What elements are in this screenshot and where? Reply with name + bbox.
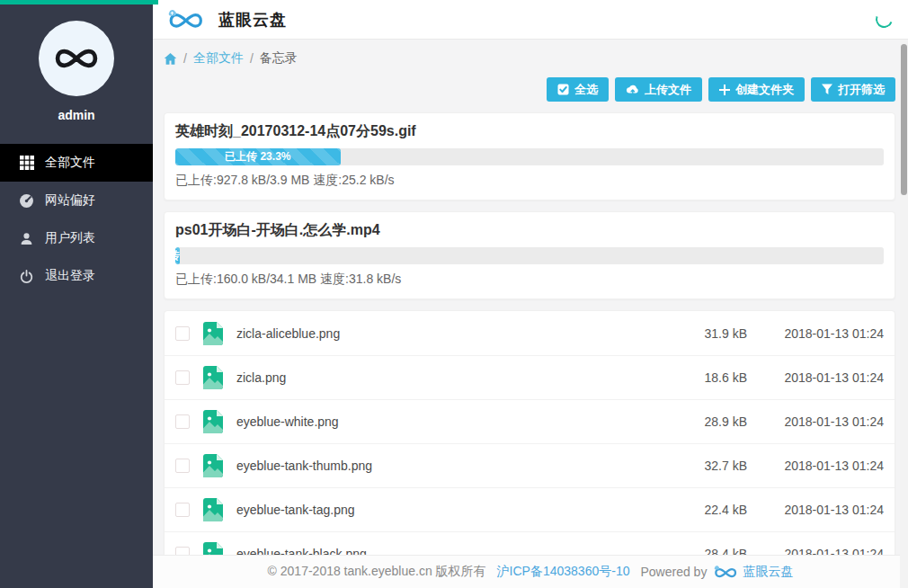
dashboard-icon — [19, 193, 34, 209]
row-checkbox[interactable] — [175, 547, 190, 555]
file-name[interactable]: eyeblue-tank-black.png — [236, 547, 367, 555]
loading-spinner-icon — [873, 8, 895, 31]
infinity-logo-icon — [50, 43, 102, 74]
file-row[interactable]: eyeblue-tank-thumb.png 32.7 kB 2018-01-1… — [165, 443, 895, 487]
powered-by-label: Powered by — [640, 565, 707, 579]
file-name[interactable]: eyeblue-tank-thumb.png — [236, 459, 372, 473]
file-name[interactable]: eyeblue-tank-tag.png — [236, 503, 355, 517]
sidebar-item-site-preferences[interactable]: 网站偏好 — [0, 182, 153, 219]
upload-file-button[interactable]: 上传文件 — [615, 77, 702, 102]
image-file-icon — [203, 454, 223, 477]
row-checkbox[interactable] — [175, 459, 190, 473]
footer-logo-icon — [711, 564, 738, 581]
image-file-icon — [203, 542, 223, 555]
file-date: 2018-01-13 01:24 — [747, 459, 884, 473]
toolbar: 全选 上传文件 创建文件夹 打开筛选 — [164, 77, 895, 102]
upload-progress-track: 已上传 0.5% — [175, 247, 884, 264]
file-list: zicla-aliceblue.png 31.9 kB 2018-01-13 0… — [164, 310, 895, 555]
upload-progress-fill: 已上传 0.5% — [175, 247, 180, 264]
upload-card: 英雄时刻_20170312-14点07分59s.gif 已上传 23.3% 已上… — [164, 112, 895, 200]
app-logo-icon[interactable] — [164, 6, 205, 33]
avatar — [39, 21, 114, 96]
row-checkbox[interactable] — [175, 370, 190, 385]
file-date: 2018-01-13 01:24 — [747, 414, 884, 429]
top-accent-bar — [0, 0, 158, 4]
plus-icon — [719, 85, 730, 95]
power-icon — [19, 269, 34, 284]
sidebar-item-logout[interactable]: 退出登录 — [0, 257, 153, 295]
main-content: / 全部文件 / 备忘录 全选 上传文件 创建文件夹 — [153, 40, 908, 555]
breadcrumb-current: 备忘录 — [260, 50, 298, 67]
user-icon — [19, 231, 34, 246]
button-label: 全选 — [574, 82, 598, 98]
row-checkbox[interactable] — [175, 326, 190, 341]
header: 蓝眼云盘 — [153, 0, 908, 40]
file-size: 28.9 kB — [662, 414, 747, 429]
image-file-icon — [203, 410, 223, 433]
upload-card: ps01开场白-开场白.怎么学.mp4 已上传 0.5% 已上传:160.0 k… — [164, 211, 895, 299]
file-name[interactable]: zicla.png — [236, 370, 286, 385]
check-square-icon — [557, 84, 569, 95]
file-row[interactable]: eyeblue-tank-tag.png 22.4 kB 2018-01-13 … — [165, 487, 895, 531]
file-date: 2018-01-13 01:24 — [747, 326, 884, 341]
file-row[interactable]: eyeblue-tank-black.png 28.4 kB 2018-01-1… — [165, 531, 895, 555]
filter-icon — [822, 84, 832, 95]
breadcrumb: / 全部文件 / 备忘录 — [164, 50, 895, 67]
create-folder-button[interactable]: 创建文件夹 — [708, 77, 805, 102]
file-size: 31.9 kB — [662, 326, 747, 341]
scrollbar-thumb[interactable] — [901, 44, 907, 195]
row-checkbox[interactable] — [175, 414, 190, 429]
footer: © 2017-2018 tank.eyeblue.cn 版权所有 沪ICP备14… — [153, 555, 908, 588]
sidebar-item-label: 退出登录 — [45, 268, 95, 284]
file-row[interactable]: zicla.png 18.6 kB 2018-01-13 01:24 — [165, 355, 895, 399]
file-size: 32.7 kB — [662, 459, 747, 473]
file-size: 22.4 kB — [662, 503, 747, 517]
upload-filename: ps01开场白-开场白.怎么学.mp4 — [175, 221, 884, 238]
sidebar-item-label: 网站偏好 — [45, 192, 95, 209]
file-name[interactable]: zicla-aliceblue.png — [236, 326, 340, 341]
button-label: 打开筛选 — [838, 82, 885, 98]
file-size: 18.6 kB — [662, 370, 747, 385]
file-size: 28.4 kB — [662, 547, 747, 555]
sidebar-item-user-list[interactable]: 用户列表 — [0, 219, 153, 257]
upload-filename: 英雄时刻_20170312-14点07分59s.gif — [175, 122, 884, 139]
file-row[interactable]: eyeblue-white.png 28.9 kB 2018-01-13 01:… — [165, 399, 895, 443]
brand-link[interactable]: 蓝眼云盘 — [743, 564, 793, 580]
open-filter-button[interactable]: 打开筛选 — [811, 77, 895, 102]
file-date: 2018-01-13 01:24 — [747, 547, 884, 555]
button-label: 创建文件夹 — [735, 82, 794, 98]
copyright-text: © 2017-2018 tank.eyeblue.cn 版权所有 — [268, 564, 486, 580]
cloud-upload-icon — [626, 84, 639, 95]
upload-status: 已上传:927.8 kB/3.9 MB 速度:25.2 kB/s — [175, 173, 884, 189]
file-date: 2018-01-13 01:24 — [747, 503, 884, 517]
icp-link[interactable]: 沪ICP备14038360号-10 — [497, 564, 630, 580]
sidebar-item-label: 全部文件 — [45, 155, 95, 171]
image-file-icon — [203, 322, 223, 345]
upload-progress-fill: 已上传 23.3% — [175, 148, 341, 165]
file-row[interactable]: zicla-aliceblue.png 31.9 kB 2018-01-13 0… — [165, 311, 895, 355]
file-date: 2018-01-13 01:24 — [747, 370, 884, 385]
image-file-icon — [203, 366, 223, 389]
sidebar-item-label: 用户列表 — [45, 230, 95, 246]
home-icon[interactable] — [164, 52, 177, 66]
powered-by: Powered by 蓝眼云盘 — [640, 564, 793, 581]
breadcrumb-separator: / — [250, 51, 254, 66]
sidebar-menu: 全部文件 网站偏好 用户列表 — [0, 144, 153, 295]
row-checkbox[interactable] — [175, 503, 190, 517]
breadcrumb-separator: / — [183, 51, 187, 66]
sidebar: admin 全部文件 网站偏好 — [0, 0, 153, 588]
username: admin — [0, 108, 153, 122]
file-name[interactable]: eyeblue-white.png — [236, 414, 339, 429]
image-file-icon — [203, 498, 223, 521]
upload-progress-track: 已上传 23.3% — [175, 148, 884, 165]
grid-icon — [19, 156, 34, 171]
button-label: 上传文件 — [645, 82, 691, 98]
upload-status: 已上传:160.0 kB/34.1 MB 速度:31.8 kB/s — [175, 272, 884, 288]
scrollbar-track[interactable] — [900, 40, 908, 588]
app-title: 蓝眼云盘 — [218, 9, 287, 31]
sidebar-item-all-files[interactable]: 全部文件 — [0, 144, 153, 182]
breadcrumb-link-all-files[interactable]: 全部文件 — [193, 50, 244, 67]
select-all-button[interactable]: 全选 — [547, 77, 609, 102]
